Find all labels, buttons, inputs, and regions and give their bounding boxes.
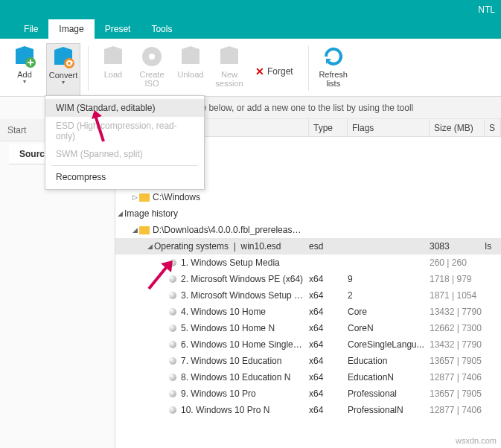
svg-point-3	[149, 54, 155, 60]
tree-label: 2. Microsoft Windows PE (x64)	[181, 274, 309, 284]
refresh-button[interactable]: Refresh lists	[316, 43, 351, 96]
tree-label: 9. Windows 10 Pro	[181, 388, 309, 399]
col-type[interactable]: Type	[309, 119, 348, 136]
tree-row[interactable]: ▷C:\Windows	[115, 189, 501, 205]
tree-row[interactable]: ◢D:\Downloads\4.0.0.0.fbl_prerelease.gus…	[115, 222, 501, 238]
bullet-icon	[169, 406, 176, 414]
unload-icon	[179, 45, 202, 68]
tree-flags: Core	[348, 307, 430, 317]
tree-label: 8. Windows 10 Education N	[181, 372, 309, 383]
svg-point-1	[64, 58, 74, 68]
tree-row[interactable]: 4. Windows 10 Homex64Core13432 | 7790	[115, 304, 501, 320]
refresh-label: Refresh lists	[319, 70, 348, 88]
tree-type: x64	[309, 405, 348, 415]
tree-type: esd	[309, 241, 348, 252]
chevron-down-icon: ▾	[62, 79, 65, 86]
tree-row[interactable]: 5. Windows 10 Home Nx64CoreN12662 | 7300	[115, 320, 501, 336]
dropdown-wim[interactable]: WIM (Standard, editable)	[45, 99, 204, 117]
tree-row[interactable]: 9. Windows 10 Prox64Professional13657 | …	[115, 385, 501, 402]
disc-icon	[140, 45, 164, 68]
tree-flags: ProfessionalN	[348, 405, 430, 415]
tree-size: 1871 | 1054	[430, 290, 485, 301]
tree-size: 13657 | 7905	[430, 388, 485, 399]
tree-flags: CoreN	[348, 323, 430, 333]
tree-row[interactable]: ◢Image history	[115, 205, 501, 222]
toggle-icon[interactable]: ◢	[115, 210, 124, 217]
col-size[interactable]: Size (MB)	[430, 119, 485, 136]
menu-image[interactable]: Image	[48, 19, 94, 39]
tree-row[interactable]: 6. Windows 10 Home Single Lang...x64Core…	[115, 336, 501, 353]
tree-size: 12662 | 7300	[430, 323, 485, 333]
convert-dropdown: WIM (Standard, editable) ESD (High compr…	[45, 95, 205, 190]
menu-tools[interactable]: Tools	[141, 19, 182, 39]
tree-label: 1. Windows Setup Media	[181, 257, 309, 268]
ribbon: Add ▾ Convert ▾ Load Create ISO Unload N…	[0, 39, 501, 97]
tree-flags: Professional	[348, 388, 430, 399]
menu-preset[interactable]: Preset	[95, 19, 141, 39]
menu-bar: File Image Preset Tools	[0, 19, 501, 39]
create-iso-label: Create ISO	[139, 70, 164, 88]
tree-flags: 9	[348, 274, 430, 284]
tree-flags: EducationN	[348, 372, 430, 383]
chevron-down-icon: ▾	[23, 78, 26, 85]
tree-size: 13432 | 7790	[430, 339, 485, 350]
folder-icon	[139, 193, 150, 202]
unload-label: Unload	[178, 70, 204, 79]
load-button[interactable]: Load	[96, 43, 130, 96]
convert-icon	[51, 45, 75, 69]
tree-type: x64	[309, 274, 348, 284]
bullet-icon	[169, 357, 176, 365]
tree-size: 12877 | 7406	[430, 405, 485, 415]
tree-size: 1718 | 979	[430, 274, 485, 284]
tree-label: Image history	[124, 208, 309, 219]
toggle-icon[interactable]: ◢	[145, 243, 154, 250]
tree-label: D:\Downloads\4.0.0.0.fbl_prerelease.gust…	[153, 225, 309, 235]
tree-size: 3083	[430, 241, 485, 252]
new-session-button[interactable]: New session	[212, 43, 246, 96]
tree-flags: Education	[348, 356, 430, 366]
tree-row[interactable]: 7. Windows 10 Educationx64Education13657…	[115, 353, 501, 369]
tree-label: 5. Windows 10 Home N	[181, 323, 309, 333]
bullet-icon	[169, 324, 176, 332]
tree-type: x64	[309, 356, 348, 366]
tree-type: x64	[309, 290, 348, 301]
new-session-icon	[217, 45, 241, 68]
bullet-icon	[169, 374, 176, 381]
tree-type: x64	[309, 323, 348, 333]
dropdown-swm[interactable]: SWM (Spanned, split)	[45, 145, 204, 163]
tree-row[interactable]: 1. Windows Setup Media260 | 260	[115, 255, 501, 271]
dropdown-separator	[51, 165, 198, 166]
tree-label: C:\Windows	[153, 192, 309, 202]
tree-size: 260 | 260	[430, 257, 485, 268]
unload-button[interactable]: Unload	[173, 43, 208, 96]
forget-button[interactable]: ✕ Forget	[255, 46, 293, 96]
toggle-icon[interactable]: ◢	[130, 226, 139, 234]
tree-label: 10. Windows 10 Pro N	[181, 405, 309, 415]
tree-type: x64	[309, 372, 348, 383]
add-button[interactable]: Add ▾	[7, 43, 42, 96]
col-last[interactable]: S	[485, 119, 501, 136]
convert-button[interactable]: Convert ▾	[46, 43, 80, 96]
tree-type: x64	[309, 339, 348, 350]
load-icon	[101, 45, 125, 68]
dropdown-esd[interactable]: ESD (High compression, read-only)	[45, 117, 204, 145]
bullet-icon	[169, 390, 176, 397]
tree-row[interactable]: 2. Microsoft Windows PE (x64)x6491718 | …	[115, 271, 501, 287]
title-bar: NTL	[0, 0, 501, 19]
tree-flags: 2	[348, 290, 430, 301]
tree-label: 7. Windows 10 Education	[181, 356, 309, 366]
tree-row[interactable]: ◢Operating systems | win10.esdesd3083Is	[115, 238, 501, 255]
dropdown-recompress[interactable]: Recompress	[45, 168, 204, 186]
tree-row[interactable]: 3. Microsoft Windows Setup (x64)x6421871…	[115, 287, 501, 304]
col-flags[interactable]: Flags	[348, 119, 430, 136]
menu-file[interactable]: File	[13, 19, 48, 39]
create-iso-button[interactable]: Create ISO	[135, 43, 169, 96]
load-label: Load	[104, 70, 122, 79]
tree-row[interactable]: 10. Windows 10 Pro Nx64ProfessionalN1287…	[115, 402, 501, 418]
tree-row[interactable]: 8. Windows 10 Education Nx64EducationN12…	[115, 369, 501, 385]
toggle-icon[interactable]: ▷	[130, 193, 139, 201]
refresh-icon	[322, 45, 345, 68]
tree-label: 6. Windows 10 Home Single Lang...	[181, 339, 309, 350]
bullet-icon	[169, 292, 176, 299]
tree-label: Operating systems | win10.esd	[154, 241, 309, 252]
